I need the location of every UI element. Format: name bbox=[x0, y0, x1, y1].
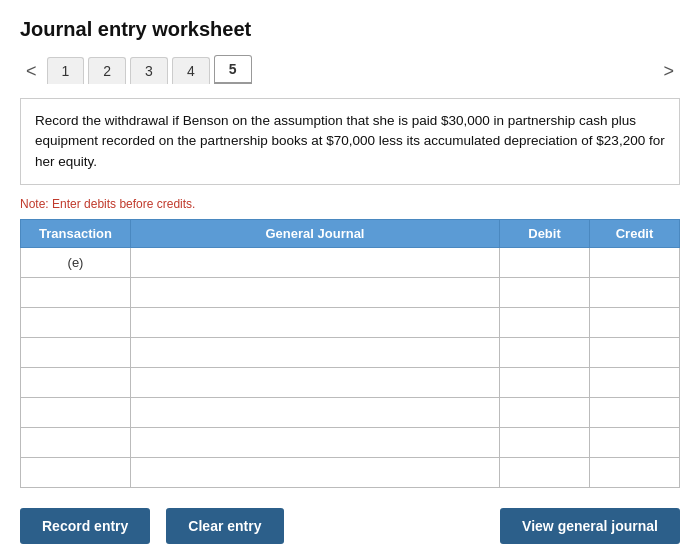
credit-input[interactable] bbox=[598, 310, 671, 335]
debit-input[interactable] bbox=[508, 250, 581, 275]
debit-input[interactable] bbox=[508, 430, 581, 455]
instruction-text: Record the withdrawal if Benson on the a… bbox=[35, 113, 665, 169]
buttons-row: Record entry Clear entry View general jo… bbox=[20, 508, 680, 544]
table-row bbox=[21, 307, 680, 337]
general-journal-input[interactable] bbox=[139, 340, 491, 365]
debit-input[interactable] bbox=[508, 340, 581, 365]
general-journal-cell[interactable] bbox=[131, 277, 500, 307]
debit-cell[interactable] bbox=[500, 337, 590, 367]
table-row bbox=[21, 397, 680, 427]
debit-cell[interactable] bbox=[500, 457, 590, 487]
general-journal-input[interactable] bbox=[139, 370, 491, 395]
transaction-cell bbox=[21, 457, 131, 487]
tabs-row: < 1 2 3 4 5 > bbox=[20, 55, 680, 84]
table-row bbox=[21, 457, 680, 487]
credit-input[interactable] bbox=[598, 370, 671, 395]
table-row: (e) bbox=[21, 247, 680, 277]
general-journal-cell[interactable] bbox=[131, 367, 500, 397]
credit-input[interactable] bbox=[598, 460, 671, 485]
credit-input[interactable] bbox=[598, 400, 671, 425]
debit-input[interactable] bbox=[508, 370, 581, 395]
table-row bbox=[21, 277, 680, 307]
tab-3[interactable]: 3 bbox=[130, 57, 168, 84]
tabs-container: 1 2 3 4 5 bbox=[47, 55, 252, 84]
tab-5[interactable]: 5 bbox=[214, 55, 252, 84]
credit-input[interactable] bbox=[598, 250, 671, 275]
general-journal-input[interactable] bbox=[139, 250, 491, 275]
credit-cell[interactable] bbox=[590, 247, 680, 277]
note-text: Note: Enter debits before credits. bbox=[20, 197, 680, 211]
table-row bbox=[21, 367, 680, 397]
transaction-cell: (e) bbox=[21, 247, 131, 277]
credit-cell[interactable] bbox=[590, 277, 680, 307]
debit-cell[interactable] bbox=[500, 367, 590, 397]
record-entry-button[interactable]: Record entry bbox=[20, 508, 150, 544]
debit-cell[interactable] bbox=[500, 277, 590, 307]
credit-cell[interactable] bbox=[590, 427, 680, 457]
debit-input[interactable] bbox=[508, 310, 581, 335]
header-debit: Debit bbox=[500, 219, 590, 247]
instruction-box: Record the withdrawal if Benson on the a… bbox=[20, 98, 680, 185]
general-journal-cell[interactable] bbox=[131, 397, 500, 427]
general-journal-cell[interactable] bbox=[131, 307, 500, 337]
nav-right-arrow[interactable]: > bbox=[657, 59, 680, 84]
credit-cell[interactable] bbox=[590, 307, 680, 337]
table-row bbox=[21, 427, 680, 457]
header-general-journal: General Journal bbox=[131, 219, 500, 247]
table-row bbox=[21, 337, 680, 367]
clear-entry-button[interactable]: Clear entry bbox=[166, 508, 283, 544]
transaction-cell bbox=[21, 307, 131, 337]
journal-entry-worksheet-page: Journal entry worksheet < 1 2 3 4 5 > Re… bbox=[0, 0, 700, 559]
tab-4[interactable]: 4 bbox=[172, 57, 210, 84]
debit-cell[interactable] bbox=[500, 397, 590, 427]
general-journal-cell[interactable] bbox=[131, 457, 500, 487]
transaction-cell bbox=[21, 397, 131, 427]
page-title: Journal entry worksheet bbox=[20, 18, 680, 41]
general-journal-input[interactable] bbox=[139, 280, 491, 305]
general-journal-cell[interactable] bbox=[131, 337, 500, 367]
debit-input[interactable] bbox=[508, 460, 581, 485]
credit-cell[interactable] bbox=[590, 457, 680, 487]
debit-cell[interactable] bbox=[500, 247, 590, 277]
transaction-cell bbox=[21, 277, 131, 307]
credit-input[interactable] bbox=[598, 430, 671, 455]
debit-input[interactable] bbox=[508, 280, 581, 305]
view-general-journal-button[interactable]: View general journal bbox=[500, 508, 680, 544]
credit-input[interactable] bbox=[598, 280, 671, 305]
debit-cell[interactable] bbox=[500, 427, 590, 457]
credit-input[interactable] bbox=[598, 340, 671, 365]
debit-input[interactable] bbox=[508, 400, 581, 425]
credit-cell[interactable] bbox=[590, 397, 680, 427]
journal-table: Transaction General Journal Debit Credit… bbox=[20, 219, 680, 488]
general-journal-input[interactable] bbox=[139, 460, 491, 485]
credit-cell[interactable] bbox=[590, 367, 680, 397]
header-credit: Credit bbox=[590, 219, 680, 247]
transaction-cell bbox=[21, 427, 131, 457]
general-journal-input[interactable] bbox=[139, 310, 491, 335]
general-journal-input[interactable] bbox=[139, 400, 491, 425]
general-journal-cell[interactable] bbox=[131, 427, 500, 457]
nav-left-arrow[interactable]: < bbox=[20, 59, 43, 84]
header-transaction: Transaction bbox=[21, 219, 131, 247]
transaction-cell bbox=[21, 367, 131, 397]
tab-1[interactable]: 1 bbox=[47, 57, 85, 84]
credit-cell[interactable] bbox=[590, 337, 680, 367]
transaction-cell bbox=[21, 337, 131, 367]
general-journal-cell[interactable] bbox=[131, 247, 500, 277]
tab-2[interactable]: 2 bbox=[88, 57, 126, 84]
general-journal-input[interactable] bbox=[139, 430, 491, 455]
debit-cell[interactable] bbox=[500, 307, 590, 337]
